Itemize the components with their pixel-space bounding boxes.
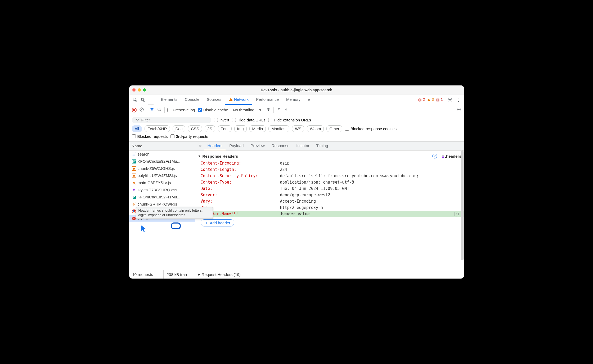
blocked-cookies-checkbox[interactable]: Blocked response cookies <box>345 126 397 131</box>
dtab-timing[interactable]: Timing <box>313 142 331 150</box>
filter-type-doc[interactable]: Doc <box>173 125 186 132</box>
scrollbar[interactable] <box>461 151 464 260</box>
tab-network[interactable]: Network <box>225 94 252 105</box>
close-window[interactable] <box>132 88 136 92</box>
request-headers-collapsed[interactable]: ▶Request Headers (19) <box>195 272 244 277</box>
clear-icon[interactable] <box>139 107 144 113</box>
tab-console[interactable]: Console <box>181 94 203 105</box>
request-count: 10 requests <box>129 270 164 279</box>
filter-type-media[interactable]: Media <box>249 125 266 132</box>
svg-line-13 <box>160 110 161 111</box>
main-panel-tabs: Elements Console Sources Network Perform… <box>129 94 464 105</box>
svg-point-14 <box>268 110 269 111</box>
filter-type-font[interactable]: Font <box>218 125 232 132</box>
tab-elements[interactable]: Elements <box>157 94 181 105</box>
headers-body: ▼Response Headers ? .headers Content-Enc… <box>195 151 464 270</box>
network-settings-icon[interactable] <box>457 107 461 113</box>
dtab-initiator[interactable]: Initiator <box>293 142 312 150</box>
dtab-headers[interactable]: Headers <box>204 142 226 150</box>
filter-type-img[interactable]: Img <box>234 125 247 132</box>
svg-rect-7 <box>429 101 429 101</box>
validation-tooltip: Header names should contain only letters… <box>195 207 213 219</box>
filter-type-js[interactable]: JS <box>205 125 215 132</box>
settings-icon[interactable] <box>447 96 453 103</box>
request-row[interactable]: ⬘main-G3PZY5LV.js <box>129 179 195 186</box>
svg-point-9 <box>449 99 451 100</box>
request-row[interactable]: TKFOmCnqEu92Fr1Mu... <box>129 193 195 201</box>
blocked-requests-checkbox[interactable]: Blocked requests <box>132 134 168 139</box>
filter-bar: Filter Invert Hide data URLs Hide extens… <box>129 115 464 142</box>
content-area: Name ☰searchTKFOmCnqEu92Fr1Mu...⬘chunk-Z… <box>129 142 464 270</box>
header-row: Content-Length:224 <box>195 166 464 173</box>
custom-header-value[interactable]: header value <box>281 212 310 216</box>
custom-header-row[interactable]: Header-Name!!! header value i <box>195 211 464 217</box>
request-row[interactable]: #styles-T73CSHRQ.css <box>129 186 195 193</box>
request-details: Headers Payload Preview Response Initiat… <box>195 142 464 270</box>
record-button[interactable] <box>132 108 137 112</box>
export-icon[interactable] <box>284 107 289 113</box>
filter-type-ws[interactable]: WS <box>292 125 304 132</box>
header-row: Content-Security-Policy:default-src 'sel… <box>195 173 464 179</box>
maximize-window[interactable] <box>143 88 146 92</box>
request-sidebar: Name ☰searchTKFOmCnqEu92Fr1Mu...⬘chunk-Z… <box>129 142 195 270</box>
status-bar: 10 requests 238 kB tran ▶Request Headers… <box>129 270 464 279</box>
dtab-preview[interactable]: Preview <box>247 142 268 150</box>
details-tabs: Headers Payload Preview Response Initiat… <box>195 142 464 151</box>
request-row[interactable]: TKFOmCnqEu92Fr1Mu... <box>129 158 195 165</box>
tab-memory[interactable]: Memory <box>282 94 304 105</box>
svg-point-15 <box>458 109 460 110</box>
import-icon[interactable] <box>276 107 281 113</box>
close-details-icon[interactable] <box>197 144 204 148</box>
status-counters[interactable]: 2 3 1 <box>418 97 443 102</box>
header-row: Server:deno/gcp-europe-west2 <box>195 192 464 198</box>
filter-type-fetch[interactable]: Fetch/XHR <box>145 125 170 132</box>
tab-performance[interactable]: Performance <box>252 94 282 105</box>
request-row[interactable]: ⬘chunk-Z5WZJGHS.js <box>129 165 195 172</box>
header-row: Date:Tue, 04 Jun 2024 11:09:05 GMT <box>195 185 464 192</box>
inspect-icon[interactable] <box>131 96 138 103</box>
header-row: Via:http/2 edgeproxy-h <box>195 204 464 211</box>
more-menu-icon[interactable]: ⋮ <box>455 96 462 103</box>
filter-type-css[interactable]: CSS <box>188 125 202 132</box>
search-icon[interactable] <box>157 107 162 113</box>
minimize-window[interactable] <box>138 88 141 92</box>
request-row[interactable]: ⬘polyfills-UPW4ZMSI.js <box>129 172 195 179</box>
filter-icon[interactable] <box>150 107 154 113</box>
throttling-select[interactable]: No throttling ▾ <box>231 107 263 113</box>
help-icon[interactable]: ? <box>432 154 437 158</box>
network-conditions-icon[interactable] <box>266 107 271 113</box>
filter-type-other[interactable]: Other <box>326 125 342 132</box>
name-column-header[interactable]: Name <box>129 142 195 151</box>
dtab-payload[interactable]: Payload <box>226 142 247 150</box>
svg-rect-3 <box>231 99 231 100</box>
window-title: DevTools - bubble-jingle.web.app/search <box>129 88 464 92</box>
filter-type-manifest[interactable]: Manifest <box>268 125 289 132</box>
network-toolbar: Preserve log Disable cache No throttling… <box>129 105 464 115</box>
override-file-icon <box>440 154 444 158</box>
dtab-response[interactable]: Response <box>268 142 293 150</box>
tab-sources[interactable]: Sources <box>203 94 225 105</box>
hide-extension-urls-checkbox[interactable]: Hide extension URLs <box>268 118 311 122</box>
more-tabs-icon[interactable]: » <box>304 94 314 105</box>
response-headers-section[interactable]: ▼Response Headers ? .headers <box>195 152 464 160</box>
devtools-window: DevTools - bubble-jingle.web.app/search … <box>129 85 464 279</box>
invert-checkbox[interactable]: Invert <box>214 118 230 122</box>
disable-cache-checkbox[interactable]: Disable cache <box>198 108 228 112</box>
filter-input[interactable]: Filter <box>132 117 211 123</box>
request-row[interactable]: ☰search <box>129 151 195 158</box>
info-icon[interactable]: i <box>454 212 459 216</box>
header-row: Content-Type:application/json; charset=u… <box>195 179 464 185</box>
headers-override-link[interactable]: .headers <box>440 154 461 158</box>
header-row: Content-Encoding:gzip <box>195 160 464 166</box>
custom-header-bang: !!! <box>231 212 238 216</box>
hide-data-urls-checkbox[interactable]: Hide data URLs <box>232 118 266 122</box>
request-row[interactable]: ⬘chunk-GRHMKOWP.js <box>129 201 195 208</box>
filter-type-all[interactable]: All <box>132 125 142 132</box>
transferred-size: 238 kB tran <box>164 270 195 279</box>
device-toolbar-icon[interactable] <box>140 96 147 103</box>
preserve-log-checkbox[interactable]: Preserve log <box>167 108 195 112</box>
third-party-checkbox[interactable]: 3rd-party requests <box>170 134 208 139</box>
titlebar: DevTools - bubble-jingle.web.app/search <box>129 85 464 94</box>
filter-type-wasm[interactable]: Wasm <box>307 125 324 132</box>
add-header-button[interactable]: Add header <box>201 219 235 226</box>
